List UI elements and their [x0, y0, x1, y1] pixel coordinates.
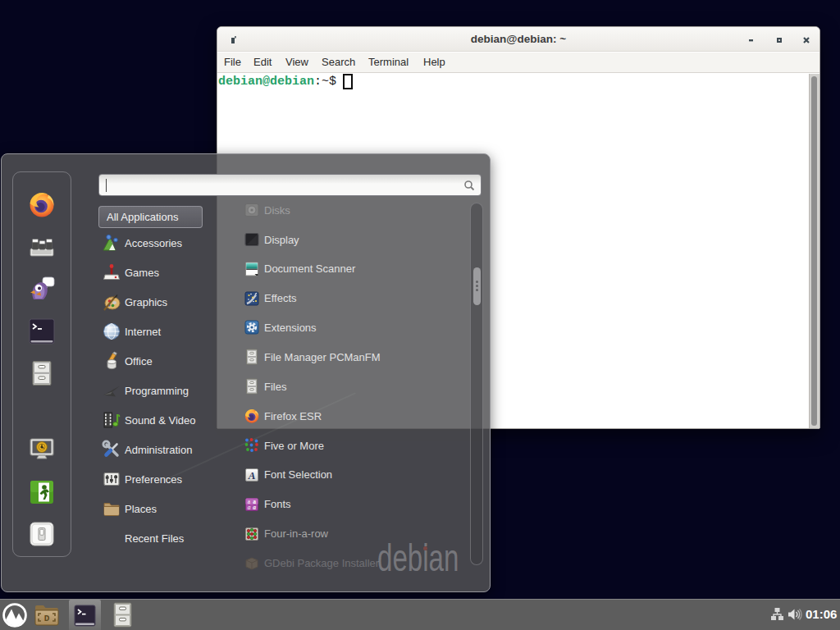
svg-text:D: D	[44, 614, 50, 623]
svg-text:a: a	[253, 504, 256, 511]
svg-text:A: A	[248, 468, 256, 481]
svg-text:a: a	[248, 504, 251, 511]
